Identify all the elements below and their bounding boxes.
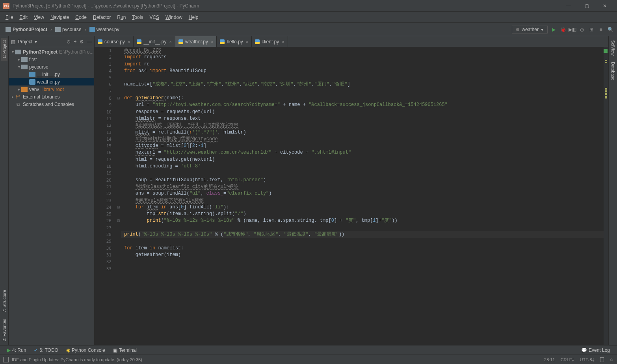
fold-gutter[interactable] bbox=[116, 136, 121, 143]
code-text[interactable]: html = requests.get(nexturl) bbox=[121, 156, 604, 163]
menu-help[interactable]: Help bbox=[186, 13, 202, 21]
code-line[interactable]: 1#creat By ZZS bbox=[95, 47, 604, 54]
fold-gutter[interactable] bbox=[116, 88, 121, 95]
menu-code[interactable]: Code bbox=[72, 13, 90, 21]
toolwindow-project-tab[interactable]: 1: Project bbox=[1, 38, 7, 61]
toolwindow-favorites-tab[interactable]: 2: Favorites bbox=[1, 316, 7, 344]
code-line[interactable]: 24⊟ for item in ans[0].findAll("li"): bbox=[95, 204, 604, 211]
menu-run[interactable]: Run bbox=[114, 13, 129, 21]
collapse-all-icon[interactable]: ÷ bbox=[74, 39, 76, 45]
fold-gutter[interactable] bbox=[116, 225, 121, 231]
fold-gutter[interactable] bbox=[116, 109, 121, 115]
editor-tab[interactable]: weather.py× bbox=[175, 36, 217, 47]
line-separator[interactable]: CRLF‡ bbox=[561, 357, 574, 362]
fold-gutter[interactable] bbox=[116, 245, 121, 252]
code-text[interactable]: #正则表达式, 匹配以, "开头,以"结尾的字符串 bbox=[121, 122, 604, 129]
code-text[interactable]: html.encoding = 'utf-8' bbox=[121, 163, 604, 170]
fold-gutter[interactable] bbox=[116, 61, 121, 68]
minimize-button[interactable]: — bbox=[559, 0, 578, 12]
code-text[interactable]: for item in namelist: bbox=[121, 245, 604, 252]
code-text[interactable]: #找到class为clearfix city的所有<ul>标签 bbox=[121, 184, 604, 190]
tree-file-weather[interactable]: weather.py bbox=[9, 78, 94, 85]
code-line[interactable]: 4from bs4 import BeautifulSoup bbox=[95, 68, 604, 74]
fold-gutter[interactable] bbox=[116, 47, 121, 54]
scroll-from-source-icon[interactable]: ⊙ bbox=[67, 39, 71, 45]
code-text[interactable]: #遍历<ul>标签下所有<li>标签 bbox=[121, 197, 604, 204]
code-text[interactable]: url = "http://toy1.weather.com.cn/search… bbox=[121, 102, 604, 108]
fold-gutter[interactable] bbox=[116, 74, 121, 81]
editor-tab[interactable]: course.py× bbox=[95, 36, 134, 47]
menu-navigate[interactable]: Navigate bbox=[47, 13, 72, 21]
code-line[interactable]: 6namelist=["成都","北京","上海","广州","杭州","武汉"… bbox=[95, 81, 604, 88]
menu-file[interactable]: File bbox=[2, 13, 16, 21]
fold-gutter[interactable] bbox=[116, 122, 121, 129]
code-line[interactable]: 13 mlist = re.findall(r'(".*?")', htmlst… bbox=[95, 129, 604, 136]
readonly-lock-icon[interactable] bbox=[600, 357, 604, 362]
close-icon[interactable]: × bbox=[128, 39, 130, 44]
code-text[interactable] bbox=[121, 266, 604, 272]
close-button[interactable]: ✕ bbox=[596, 0, 614, 12]
tree-external-libraries[interactable]: ▸⫯⫯External Libraries bbox=[9, 93, 94, 100]
code-text[interactable]: print("%-10s %-10s %-10s %-10s" % ("城市名称… bbox=[121, 231, 604, 238]
code-line[interactable]: 28print("%-10s %-10s %-10s %-10s" % ("城市… bbox=[95, 231, 604, 238]
code-text[interactable]: tmp=str(item.a.i.string).split("/") bbox=[121, 211, 604, 217]
fold-gutter[interactable] bbox=[116, 252, 121, 258]
code-line[interactable]: 29 bbox=[95, 238, 604, 245]
tree-scratches[interactable]: ⧉Scratches and Consoles bbox=[9, 100, 94, 108]
code-text[interactable]: from bs4 import BeautifulSoup bbox=[121, 68, 604, 74]
fold-gutter[interactable] bbox=[116, 231, 121, 238]
code-text[interactable]: nexturl = "http://www.weather.com.cn/wea… bbox=[121, 149, 604, 156]
code-text[interactable]: mlist = re.findall(r'(".*?")', htmlstr) bbox=[121, 129, 604, 136]
stop-button[interactable]: ■ bbox=[597, 26, 604, 33]
code-text[interactable]: response = requests.get(url) bbox=[121, 109, 604, 115]
fold-gutter[interactable] bbox=[116, 143, 121, 149]
code-line[interactable]: 19 bbox=[95, 170, 604, 176]
close-icon[interactable]: × bbox=[211, 39, 213, 44]
hector-icon[interactable]: ☺ bbox=[610, 357, 614, 362]
code-text[interactable]: for item in ans[0].findAll("li"): bbox=[121, 204, 604, 211]
event-log-button[interactable]: 💬Event Log bbox=[577, 347, 614, 354]
fold-gutter[interactable] bbox=[116, 258, 121, 265]
toolwindow-run-tab[interactable]: ▶4: Run bbox=[3, 347, 30, 354]
code-text[interactable] bbox=[121, 238, 604, 245]
close-icon[interactable]: × bbox=[282, 39, 284, 44]
fold-gutter[interactable] bbox=[116, 102, 121, 108]
tree-folder-first[interactable]: ▸first bbox=[9, 56, 94, 63]
code-text[interactable]: citycode = mlist[0][2:-1] bbox=[121, 143, 604, 149]
coverage-button[interactable]: ▶◧ bbox=[569, 26, 576, 33]
code-text[interactable]: print("%-10s %-12s %-14s %-18s" % (name,… bbox=[121, 217, 604, 224]
toolwindow-structure-tab[interactable]: 7: Structure bbox=[1, 288, 7, 315]
code-line[interactable]: 18 html.encoding = 'utf-8' bbox=[95, 163, 604, 170]
menu-refactor[interactable]: Refactor bbox=[90, 13, 114, 21]
tree-folder-pycourse[interactable]: ▾pycourse bbox=[9, 63, 94, 71]
toolwindow-terminal-tab[interactable]: ▣Terminal bbox=[109, 347, 141, 354]
concurrency-button[interactable]: ⊞ bbox=[588, 26, 595, 33]
fold-gutter[interactable] bbox=[116, 238, 121, 245]
fold-gutter[interactable] bbox=[116, 170, 121, 176]
menu-vcs[interactable]: VCS bbox=[146, 13, 162, 21]
tree-folder-venv[interactable]: ▸venvlibrary root bbox=[9, 85, 94, 93]
code-line[interactable]: 2import requests bbox=[95, 54, 604, 61]
toolwindows-toggle-icon[interactable] bbox=[3, 357, 9, 362]
code-line[interactable]: 20 soup = BeautifulSoup(html.text, "html… bbox=[95, 177, 604, 184]
code-line[interactable]: 12 #正则表达式, 匹配以, "开头,以"结尾的字符串 bbox=[95, 122, 604, 129]
code-line[interactable]: 9 url = "http://toy1.weather.com.cn/sear… bbox=[95, 102, 604, 108]
fold-gutter[interactable] bbox=[116, 197, 121, 204]
editor-tab[interactable]: __init__.py× bbox=[134, 36, 175, 47]
fold-gutter[interactable] bbox=[116, 163, 121, 170]
fold-gutter[interactable] bbox=[116, 177, 121, 184]
code-text[interactable]: import requests bbox=[121, 54, 604, 61]
hide-icon[interactable]: — bbox=[87, 39, 92, 45]
code-line[interactable]: 10 response = requests.get(url) bbox=[95, 109, 604, 115]
code-text[interactable]: htmlstr = response.text bbox=[121, 115, 604, 122]
editor-body[interactable]: 1#creat By ZZS2import requests3import re… bbox=[95, 47, 608, 345]
fold-gutter[interactable] bbox=[116, 156, 121, 163]
debug-button[interactable]: 🐞 bbox=[559, 26, 567, 33]
close-icon[interactable]: × bbox=[169, 39, 172, 44]
fold-gutter[interactable] bbox=[116, 129, 121, 136]
fold-gutter[interactable] bbox=[116, 68, 121, 74]
run-config-selector[interactable]: weather ▾ bbox=[512, 26, 548, 33]
fold-gutter[interactable]: ⊟ bbox=[116, 95, 121, 102]
code-line[interactable]: 3import re bbox=[95, 61, 604, 68]
code-text[interactable]: namelist=["成都","北京","上海","广州","杭州","武汉",… bbox=[121, 81, 604, 88]
